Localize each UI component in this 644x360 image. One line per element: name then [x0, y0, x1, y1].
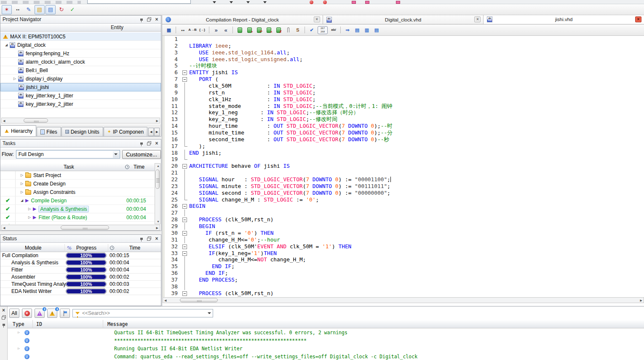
code-line-12[interactable]: 12 key_1_neg : IN STD_LOGIC;--修改选择（时分）	[162, 109, 644, 116]
filter-errors-button[interactable]: ×	[22, 309, 32, 318]
task-row-analysis-synthesis[interactable]: ✔▷▶Analysis & Synthesis00:00:04	[0, 205, 155, 213]
message-row-3[interactable]: ▷iRunning Quartus II 64-Bit EDA Netlist …	[8, 344, 644, 352]
expander-icon[interactable]: ▷	[19, 173, 25, 177]
close-tab-icon[interactable]: ×	[474, 16, 481, 22]
expander-icon[interactable]: ▷	[26, 207, 33, 211]
goto-line-icon[interactable]: ⇒	[343, 26, 352, 34]
tree-item-alarm-clock-i-alarm-clock[interactable]: alarm_clock:i_alarm_clock	[0, 58, 161, 66]
code-line-30[interactable]: 30 IF (rst_n = '0') THEN	[162, 230, 644, 236]
bookmark-add-icon[interactable]: +	[245, 26, 254, 34]
device-combo-fragment[interactable]	[87, 0, 191, 4]
filter-all-button[interactable]: All	[9, 309, 19, 318]
code-line-16[interactable]: 16 second_time : OUT STD_LOGIC_VECTOR(7 …	[162, 136, 644, 143]
code-line-5[interactable]: 5--计时模块	[162, 62, 644, 69]
pn-hscrollbar[interactable]: ◀ ▶	[1, 118, 160, 124]
code-line-37[interactable]: 37 END PROCESS;	[162, 277, 644, 283]
code-line-32[interactable]: 32 ELSIF (clk_50M'EVENT AND clk_50M = '1…	[162, 243, 644, 250]
close-icon[interactable]: ×	[154, 236, 160, 242]
message-search-input[interactable]: <<Search>>	[72, 309, 213, 317]
editor-tab-jishi-vhd[interactable]: jishi.vhd×	[484, 15, 644, 24]
task-list-icon[interactable]: ▤	[45, 5, 56, 14]
scroll-left-icon[interactable]: ◀	[3, 119, 5, 122]
message-row-2[interactable]: i***************************************…	[8, 336, 644, 344]
code-line-10[interactable]: 10 clk_1Hz : IN STD_LOGIC;	[162, 96, 644, 103]
fold-expand-icon[interactable]: ▥	[362, 26, 371, 34]
close-icon[interactable]: ×	[1, 307, 7, 313]
code-line-6[interactable]: 6ENTITY jishi IS	[162, 69, 644, 76]
check-document-icon[interactable]: ✓	[67, 5, 77, 14]
code-line-20[interactable]: 20ARCHITECTURE behave OF jishi IS	[162, 163, 644, 169]
task-row-create-design[interactable]: ▷Create Design	[0, 180, 155, 188]
line-indicator-icon[interactable]: 267268	[317, 26, 329, 34]
scroll-right-icon[interactable]: ▶	[156, 226, 158, 229]
code-line-2[interactable]: 2LIBRARY ieee;	[162, 43, 644, 49]
scroll-right-icon[interactable]: ▶	[156, 119, 158, 122]
expander-icon[interactable]: ▷	[26, 224, 33, 224]
find-in-braces-icon[interactable]: {→}	[198, 26, 207, 34]
bookmark-delete-all-icon[interactable]: ✗	[274, 26, 283, 34]
code-line-31[interactable]: 31 change_H_M<='0';--hour	[162, 236, 644, 243]
code-line-23[interactable]: 23 SIGNAL minute : STD_LOGIC_VECTOR(7 DO…	[162, 183, 644, 190]
attach-icon[interactable]	[283, 26, 293, 34]
flow-combo[interactable]: Full Design	[16, 150, 120, 159]
close-icon[interactable]: ×	[154, 140, 160, 146]
code-line-28[interactable]: 28 PROCESS (clk_50M,rst_n)	[162, 216, 644, 223]
syntax-comment-icon[interactable]: ab/	[329, 26, 338, 34]
code-line-38[interactable]: 38	[162, 283, 644, 290]
tab-files[interactable]: Files	[37, 127, 61, 136]
code-line-3[interactable]: 3 USE ieee.std_logic_1164.all;	[162, 49, 644, 56]
fold-collapse-icon[interactable]: ▤	[353, 26, 362, 34]
restore-icon[interactable]	[1, 314, 7, 320]
code-line-15[interactable]: 15 minute_time : OUT STD_LOGIC_VECTOR(7 …	[162, 129, 644, 136]
customize-button[interactable]: Customize...	[122, 150, 161, 159]
editor-hscrollbar[interactable]: ◀ ▶	[163, 297, 644, 303]
code-line-14[interactable]: 14 hour_time : OUT STD_LOGIC_VECTOR(7 DO…	[162, 123, 644, 129]
restore-icon[interactable]	[146, 16, 152, 22]
outdent-icon[interactable]: «	[221, 26, 230, 34]
code-line-13[interactable]: 13 key_2_neg : IN STD_LOGIC;--修改时间	[162, 116, 644, 123]
message-row-1[interactable]: ▷iQuartus II 64-Bit TimeQuest Timing Ana…	[8, 328, 644, 336]
code-line-25[interactable]: 25 SIGNAL change_H_M : STD_LOGIC := '0';	[162, 196, 644, 203]
notes-icon[interactable]: ▤	[35, 5, 45, 14]
scroll-left-icon[interactable]: ◀	[3, 226, 5, 229]
close-tab-icon[interactable]: ×	[314, 16, 320, 22]
tab-scroll-right-icon[interactable]: ▶	[154, 128, 160, 136]
bookmark-previous-icon[interactable]: ↶	[254, 26, 264, 34]
tree-item-key-jitter-key-2-jitter[interactable]: key_jitter:key_2_jitter	[0, 100, 161, 108]
code-line-18[interactable]: 18END jishi;	[162, 150, 644, 156]
code-line-11[interactable]: 11 state_mode : IN STD_LOGIC;--当前模式，0:计时…	[162, 103, 644, 110]
fold-all-icon[interactable]: ▤	[372, 26, 381, 34]
save-page-icon[interactable]: ▦	[164, 26, 174, 34]
spell-check-icon[interactable]: ✔	[307, 26, 316, 34]
pin-icon[interactable]	[139, 236, 144, 242]
code-line-24[interactable]: 24 SIGNAL second : STD_LOGIC_VECTOR(7 DO…	[162, 190, 644, 196]
expander-icon[interactable]: ◢	[19, 199, 25, 202]
close-tab-icon[interactable]: ×	[635, 16, 641, 22]
task-row-assign-constraints[interactable]: ▷Assign Constraints	[0, 188, 155, 196]
expander-icon[interactable]: ▷	[19, 190, 25, 194]
message-row-4[interactable]: iCommand: quartus_eda --read_settings_fi…	[8, 352, 644, 360]
indent-icon[interactable]: »	[211, 26, 221, 34]
macro-scroll-icon[interactable]: S	[293, 26, 302, 34]
tree-item-jishi-i-jishi[interactable]: jishi:i_jishi	[0, 83, 161, 91]
find-binoculars-icon[interactable]: ●●	[13, 5, 23, 14]
tree-item-key-jitter-key-1-jitter[interactable]: key_jitter:key_1_jitter	[0, 91, 161, 100]
task-row-start-project[interactable]: ▷Start Project	[0, 171, 155, 180]
tree-item-bell-i-bell[interactable]: Bell:i_Bell	[0, 66, 161, 75]
editor-tab-digital-clock-vhd[interactable]: Digital_clock.vhd×	[323, 15, 484, 24]
expander-icon[interactable]: ▷	[18, 347, 24, 350]
code-line-4[interactable]: 4 USE ieee.std_logic_unsigned.all;	[162, 56, 644, 63]
entity-column-header[interactable]: Entity	[0, 24, 161, 32]
code-line-34[interactable]: 34 change_H_M<=NOT change_H_M;	[162, 256, 644, 263]
scroll-down-icon[interactable]: ▼	[157, 220, 160, 223]
pin-icon[interactable]	[1, 322, 7, 328]
code-line-7[interactable]: 7 PORT (	[162, 76, 644, 83]
expander-icon[interactable]: ◢	[3, 43, 10, 47]
expander-icon[interactable]: ▷	[11, 77, 18, 81]
tasks-hscrollbar[interactable]: ◀ ▶	[1, 225, 160, 231]
task-row-item[interactable]: ✔▷▶	[0, 222, 155, 224]
code-line-36[interactable]: 36 END IF;	[162, 270, 644, 277]
restore-icon[interactable]	[146, 140, 152, 146]
code-line-1[interactable]: 1	[162, 36, 644, 43]
tab-ip-componen[interactable]: ✦IP Componen	[104, 127, 147, 136]
